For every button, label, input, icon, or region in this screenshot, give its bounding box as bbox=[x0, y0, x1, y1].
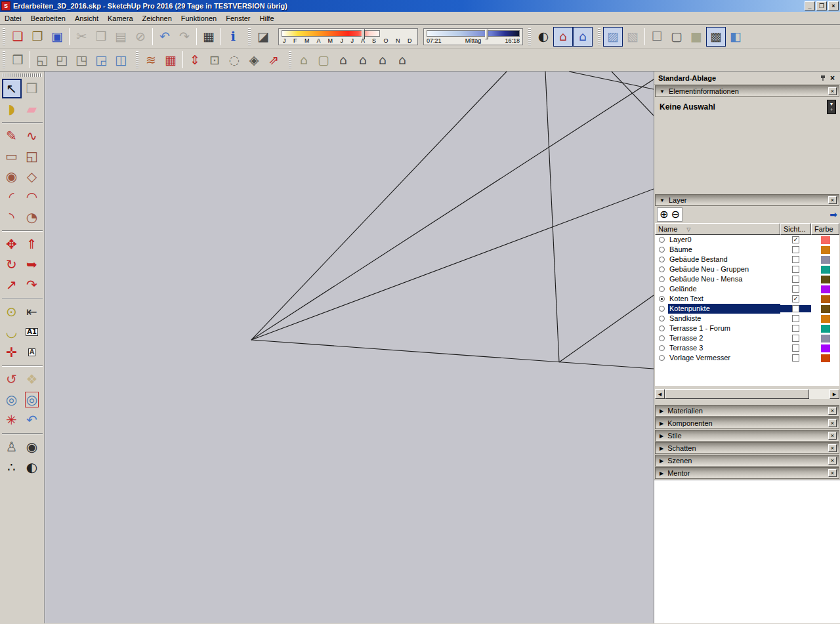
active-layer-radio[interactable] bbox=[659, 345, 665, 351]
layer-color-swatch[interactable] bbox=[821, 354, 830, 362]
layer-name[interactable]: Gelände bbox=[668, 284, 780, 294]
stamp-button[interactable]: ⊡ bbox=[205, 50, 224, 70]
layer-color-swatch[interactable] bbox=[821, 315, 830, 323]
layer-visible-checkbox[interactable] bbox=[792, 256, 799, 263]
layer-row[interactable]: Bäume bbox=[655, 245, 839, 255]
toolbar-grip[interactable] bbox=[528, 28, 531, 45]
layer-color-swatch[interactable] bbox=[821, 344, 830, 352]
xray-button[interactable]: ▨ bbox=[603, 27, 623, 47]
freehand-tool[interactable]: ∿ bbox=[22, 126, 42, 146]
hidden-line-button[interactable]: ▢ bbox=[667, 27, 686, 47]
arc-tool[interactable]: ◜ bbox=[2, 187, 22, 207]
restore-button[interactable]: ❐ bbox=[816, 1, 827, 10]
shadow-time-slider[interactable]: 07:21 Mittag 16:18 bbox=[423, 28, 523, 45]
toolbar-grip[interactable] bbox=[136, 51, 138, 68]
toolbar-grip[interactable] bbox=[3, 51, 5, 68]
print-button[interactable]: ▦ bbox=[199, 27, 219, 47]
paint-bucket-tool[interactable]: ◗ bbox=[2, 99, 22, 119]
previous-view-tool[interactable]: ↶ bbox=[22, 410, 42, 430]
model-info-button[interactable]: ℹ bbox=[223, 27, 243, 47]
add-detail-button[interactable]: ◈ bbox=[244, 50, 264, 70]
outer-shell-button[interactable]: ❒ bbox=[8, 50, 28, 70]
layer-visible-checkbox[interactable] bbox=[792, 315, 799, 322]
visible-column-header[interactable]: Sicht... bbox=[780, 223, 811, 235]
new-file-button[interactable]: ❏ bbox=[8, 27, 28, 47]
layer-color-swatch[interactable] bbox=[821, 305, 830, 313]
top-view-button[interactable]: ▢ bbox=[314, 50, 333, 70]
monochrome-button[interactable]: ◧ bbox=[726, 27, 746, 47]
zoom-window-tool[interactable]: ◎ bbox=[22, 390, 42, 409]
circle-tool[interactable]: ◉ bbox=[2, 167, 22, 186]
layer-color-swatch[interactable] bbox=[821, 236, 830, 244]
scale-tool[interactable]: ↗ bbox=[2, 275, 22, 295]
layer-name[interactable]: Koten Text bbox=[668, 294, 780, 304]
close-button[interactable]: × bbox=[828, 1, 839, 10]
layer-name[interactable]: Gebäude Neu - Mensa bbox=[668, 274, 780, 284]
active-layer-radio[interactable] bbox=[659, 286, 665, 292]
layer-row[interactable]: Gelände bbox=[655, 284, 839, 294]
add-layer-button[interactable]: ⊕ bbox=[660, 209, 668, 220]
orbit-tool[interactable]: ↺ bbox=[2, 369, 22, 389]
rectangle-tool[interactable]: ▭ bbox=[2, 146, 22, 166]
zoom-extents-tool[interactable]: ✳ bbox=[2, 410, 22, 430]
trim-button[interactable]: ◲ bbox=[91, 50, 111, 70]
menu-zeichnen[interactable]: Zeichnen bbox=[138, 13, 177, 24]
layer-visible-checkbox[interactable] bbox=[792, 305, 799, 312]
intersect-button[interactable]: ◱ bbox=[32, 50, 52, 70]
shaded-button[interactable]: ■ bbox=[686, 27, 706, 47]
union-button[interactable]: ◰ bbox=[52, 50, 72, 70]
flip-edge-button[interactable]: ⇗ bbox=[264, 50, 284, 70]
menu-ansicht[interactable]: Ansicht bbox=[70, 13, 103, 24]
display-section-planes-button[interactable]: ⌂ bbox=[553, 27, 573, 47]
active-layer-radio[interactable] bbox=[659, 306, 665, 312]
active-layer-radio[interactable] bbox=[659, 247, 665, 253]
date-slider-thumb[interactable] bbox=[362, 29, 365, 39]
layer-color-swatch[interactable] bbox=[821, 325, 830, 333]
back-edges-button[interactable]: ▧ bbox=[623, 27, 642, 47]
polygon-tool[interactable]: ◇ bbox=[22, 167, 42, 186]
minimize-button[interactable]: _ bbox=[805, 1, 815, 10]
left-view-button[interactable]: ⌂ bbox=[392, 50, 412, 70]
make-component-tool[interactable]: ❒ bbox=[22, 79, 42, 98]
shadow-date-slider[interactable]: J F M A M J J A S O N D bbox=[278, 28, 418, 45]
layer-color-swatch[interactable] bbox=[821, 295, 830, 303]
open-button[interactable]: ❐ bbox=[28, 27, 47, 47]
layers-panel-header[interactable]: ▼ Layer × bbox=[655, 194, 839, 206]
offset-tool[interactable]: ↷ bbox=[22, 275, 42, 295]
active-layer-radio[interactable] bbox=[659, 335, 665, 341]
layer-name[interactable]: Bäume bbox=[668, 245, 780, 255]
active-layer-radio[interactable] bbox=[659, 276, 665, 282]
protractor-tool[interactable]: ◡ bbox=[2, 322, 22, 342]
layer-row[interactable]: Sandkiste bbox=[655, 314, 839, 323]
menu-funktionen[interactable]: Funktionen bbox=[177, 13, 221, 24]
active-layer-radio[interactable] bbox=[659, 237, 665, 243]
menu-hilfe[interactable]: Hilfe bbox=[255, 13, 279, 24]
layer-name[interactable]: Kotenpunkte bbox=[668, 304, 780, 314]
front-view-button[interactable]: ⌂ bbox=[333, 50, 353, 70]
name-column-header[interactable]: Name▽ bbox=[655, 223, 780, 235]
layer-color-swatch[interactable] bbox=[821, 256, 830, 264]
layer-visible-checkbox[interactable] bbox=[792, 266, 799, 273]
layer-name[interactable]: Gebäude Bestand bbox=[668, 255, 780, 264]
panel-close-icon[interactable]: × bbox=[828, 419, 837, 427]
tape-measure-tool[interactable]: ⊙ bbox=[2, 302, 22, 322]
panel-header-materialien[interactable]: ▶Materialien× bbox=[655, 405, 839, 417]
layer-color-swatch[interactable] bbox=[821, 266, 830, 274]
element-info-close-icon[interactable]: × bbox=[828, 87, 837, 95]
panel-header-komponenten[interactable]: ▶Komponenten× bbox=[655, 417, 839, 429]
panel-close-icon[interactable]: × bbox=[828, 457, 837, 465]
layer-row[interactable]: Terrasse 3 bbox=[655, 343, 839, 353]
scroll-left-icon[interactable]: ◀ bbox=[655, 389, 665, 399]
smoove-button[interactable]: ⇕ bbox=[185, 50, 205, 70]
layer-name[interactable]: Terrasse 1 - Forum bbox=[668, 323, 780, 333]
from-scratch-button[interactable]: ▦ bbox=[161, 50, 180, 70]
drape-button[interactable]: ◌ bbox=[224, 50, 244, 70]
right-view-button[interactable]: ⌂ bbox=[353, 50, 373, 70]
menu-bearbeiten[interactable]: Bearbeiten bbox=[26, 13, 70, 24]
layer-color-swatch[interactable] bbox=[821, 285, 830, 293]
panel-close-icon[interactable]: × bbox=[828, 407, 837, 415]
layer-visible-checkbox[interactable] bbox=[792, 344, 799, 352]
section-plane-button[interactable]: ◐ bbox=[534, 27, 553, 47]
layer-color-swatch[interactable] bbox=[821, 335, 830, 343]
menu-kamera[interactable]: Kamera bbox=[103, 13, 138, 24]
